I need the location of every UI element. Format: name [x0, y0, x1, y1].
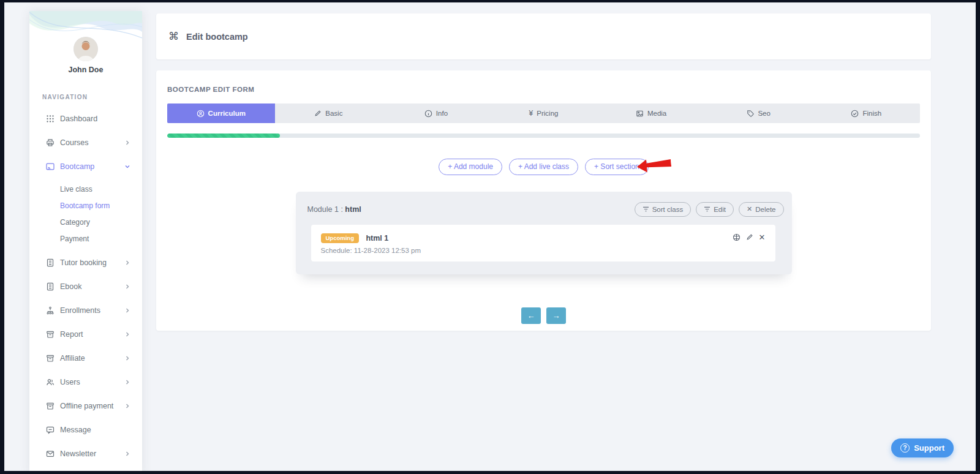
chevron-right-icon: [125, 284, 130, 289]
sidebar-item-dashboard[interactable]: Dashboard: [29, 107, 142, 130]
sidebar-item-tutor-booking[interactable]: Tutor booking: [29, 250, 142, 274]
tab-finish[interactable]: Finish: [812, 103, 920, 123]
sidebar-item-label: Affiliate: [60, 354, 85, 363]
globe-icon[interactable]: [733, 233, 741, 241]
chevron-right-icon: [125, 451, 130, 456]
tab-pricing[interactable]: ¥ Pricing: [490, 103, 598, 123]
sitemap-icon: [46, 306, 55, 315]
add-live-class-button[interactable]: + Add live class: [509, 159, 578, 175]
class-info: Upcoming html 1 Schedule: 11-28-2023 12:…: [321, 232, 421, 254]
previous-step-button[interactable]: ←: [521, 307, 541, 324]
module-title-name: html: [345, 205, 361, 214]
chevron-right-icon: [125, 308, 130, 313]
class-name: html 1: [366, 234, 388, 243]
cast-icon: [46, 162, 55, 171]
image-icon: [636, 110, 644, 118]
file-text-icon: [46, 258, 55, 267]
sidebar-item-ebook[interactable]: Ebook: [29, 274, 142, 298]
sidebar-item-enrollments[interactable]: Enrollments: [29, 298, 142, 322]
module-card: Module 1 : html Sort class: [296, 192, 792, 274]
tab-media[interactable]: Media: [597, 103, 705, 123]
tab-label: Curriculum: [208, 110, 246, 117]
tab-label: Finish: [862, 110, 881, 117]
yen-icon: ¥: [529, 110, 533, 117]
sidebar-item-bootcamp[interactable]: Bootcamp: [29, 154, 142, 178]
close-icon[interactable]: ✕: [759, 233, 766, 241]
sidebar-item-label: Ebook: [60, 282, 81, 291]
file-text-icon: [46, 282, 55, 291]
close-icon: ✕: [747, 205, 752, 213]
pagination: ← →: [167, 307, 920, 324]
sidebar-item-label: Report: [60, 330, 83, 339]
sidebar-item-label: Courses: [60, 138, 89, 147]
sidebar-subitem-live-class[interactable]: Live class: [29, 181, 142, 197]
status-badge: Upcoming: [321, 233, 359, 243]
chevron-right-icon: [125, 140, 130, 145]
sort-lines-icon: [704, 206, 710, 212]
module-header: Module 1 : html Sort class: [296, 192, 792, 217]
avatar[interactable]: [74, 37, 98, 61]
sidebar-item-label: Enrollments: [60, 306, 100, 315]
user-circle-icon: [197, 110, 205, 118]
sort-class-button[interactable]: Sort class: [635, 202, 692, 217]
module-title: Module 1 : html: [307, 205, 361, 214]
app-frame: John Doe NAVIGATION Dashboard: [0, 0, 980, 474]
command-icon: ⌘: [168, 30, 179, 43]
sidebar-item-contact[interactable]: Contact: [29, 465, 142, 474]
tag-icon: [747, 110, 754, 117]
add-module-button[interactable]: + Add module: [439, 159, 502, 175]
module-title-prefix: Module 1 :: [307, 205, 343, 214]
archive-box-icon: [46, 329, 55, 339]
sidebar-subitem-bootcamp-form[interactable]: Bootcamp form: [29, 197, 142, 214]
user-name: John Doe: [29, 66, 142, 74]
module-buttons: Sort class Edit ✕ Delete: [635, 202, 784, 217]
tab-seo[interactable]: Seo: [705, 103, 813, 123]
sidebar-item-label: Users: [60, 378, 80, 386]
progress-fill: [167, 134, 280, 138]
tab-info[interactable]: Info: [382, 103, 490, 123]
module-edit-label: Edit: [714, 206, 726, 213]
chevron-down-icon: [125, 164, 130, 169]
sidebar-item-affiliate[interactable]: Affiliate: [29, 346, 142, 370]
sidebar-subitem-payment[interactable]: Payment: [29, 230, 142, 247]
bootcamp-edit-form-card: BOOTCAMP EDIT FORM Curriculum Basic: [156, 70, 931, 331]
sidebar-item-offline-payment[interactable]: Offline payment: [29, 394, 142, 418]
archive-box-icon: [46, 353, 55, 363]
tab-label: Media: [647, 110, 666, 117]
sidebar-item-report[interactable]: Report: [29, 322, 142, 346]
check-circle-icon: [851, 110, 859, 118]
curriculum-actions: + Add module + Add live class + Sort sec…: [167, 159, 920, 175]
support-button[interactable]: ? Support: [891, 438, 954, 457]
tab-label: Pricing: [537, 110, 558, 117]
page-header: ⌘ Edit bootcamp: [156, 13, 931, 59]
class-row: Upcoming html 1 Schedule: 11-28-2023 12:…: [311, 225, 775, 261]
form-tabs: Curriculum Basic Info ¥ Pricing: [167, 103, 920, 123]
users-icon: [46, 377, 55, 386]
module-edit-button[interactable]: Edit: [696, 202, 734, 217]
sidebar-item-newsletter[interactable]: Newsletter: [29, 442, 142, 465]
tab-label: Info: [436, 110, 448, 117]
edit-pencil-icon[interactable]: [746, 233, 753, 241]
next-step-button[interactable]: →: [546, 307, 566, 324]
nav-section-label: NAVIGATION: [42, 94, 142, 100]
sidebar-subitem-category[interactable]: Category: [29, 214, 142, 230]
tab-basic[interactable]: Basic: [275, 103, 383, 123]
mail-icon: [46, 449, 55, 458]
archive-box-icon: [46, 401, 55, 410]
tab-curriculum[interactable]: Curriculum: [167, 103, 275, 123]
sort-lines-icon: [643, 206, 649, 212]
sidebar-item-label: Offline payment: [60, 402, 113, 410]
module-delete-button[interactable]: ✕ Delete: [739, 202, 783, 217]
module-delete-label: Delete: [755, 206, 775, 213]
sidebar-item-courses[interactable]: Courses: [29, 130, 142, 154]
sidebar: John Doe NAVIGATION Dashboard: [29, 11, 142, 474]
chevron-right-icon: [125, 260, 130, 265]
sidebar-item-label: Newsletter: [60, 450, 96, 458]
sidebar-item-message[interactable]: Message: [29, 418, 142, 442]
sidebar-item-users[interactable]: Users: [29, 370, 142, 394]
sidebar-item-label: Dashboard: [60, 115, 97, 123]
arrow-right-icon: →: [552, 311, 560, 320]
class-schedule: Schedule: 11-28-2023 12:53 pm: [321, 247, 421, 254]
sidebar-subitem-label: Live class: [60, 185, 92, 194]
sidebar-subitem-label: Payment: [60, 235, 89, 243]
